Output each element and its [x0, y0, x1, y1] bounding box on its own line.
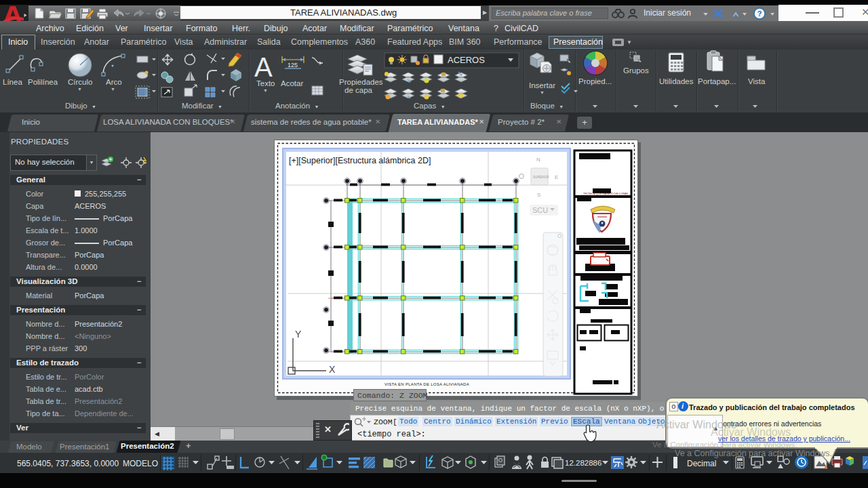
svg-text:125: 125	[288, 62, 298, 68]
svg-text:N: N	[536, 157, 540, 163]
svg-text:E: E	[555, 174, 558, 180]
svg-text:SCU: SCU	[532, 206, 548, 214]
svg-text:VISTA EN PLANTA DE LOSA ALIVIA: VISTA EN PLANTA DE LOSA ALIVIANADA	[384, 382, 469, 386]
svg-text:SUPERIOR: SUPERIOR	[533, 176, 549, 179]
svg-text:[+][Superior][Estructura alámb: [+][Superior][Estructura alámbrica 2D]	[289, 156, 431, 165]
svg-text:Y: Y	[295, 329, 302, 340]
svg-text:TECNICA QUE MANEJO DE LOSAS: TECNICA QUE MANEJO DE LOSAS	[583, 192, 628, 195]
svg-text:A: A	[254, 52, 273, 82]
svg-text:ACEROS: ACEROS	[448, 55, 485, 65]
svg-text:S: S	[537, 192, 540, 198]
svg-text:X: X	[329, 364, 336, 375]
svg-text:?: ?	[757, 9, 762, 18]
